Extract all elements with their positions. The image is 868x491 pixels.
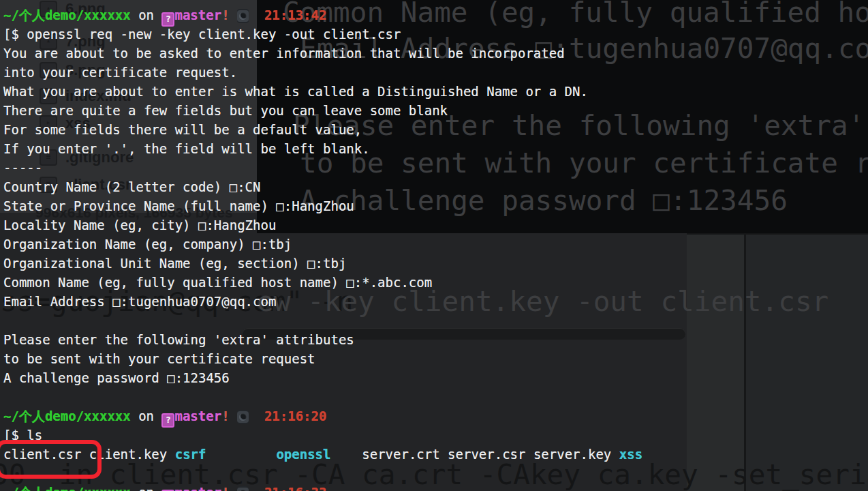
text-segment: You are about to be asked to enter infor… (3, 46, 565, 61)
terminal-output: ~/个人demo/xxxxxx on ?master! 21:13:42[$ o… (0, 5, 868, 491)
text-segment (249, 485, 264, 491)
text-segment: ----- (3, 160, 42, 175)
terminal-line: For some fields there will be a default … (0, 120, 868, 139)
text-segment: Common Name (eg, fully qualified host na… (3, 275, 432, 290)
terminal-line: ~/个人demo/xxxxxx on ?master! 21:16:33 (0, 483, 868, 491)
text-segment: If you enter '.', the field will be left… (3, 141, 370, 156)
terminal-window[interactable]: ▴6.png▴7.png▴8.png<>index.md▸xss≡.gitign… (0, 0, 868, 491)
text-segment: 21:16:33 (264, 485, 327, 491)
terminal-line (0, 311, 868, 330)
text-segment: on (131, 408, 162, 423)
question-badge-icon: ? (161, 413, 174, 428)
terminal-line: If you enter '.', the field will be left… (0, 139, 868, 158)
text-segment (230, 485, 237, 491)
text-segment: ! (221, 485, 229, 491)
text-segment: ~/个人demo/xxxxxx (3, 408, 131, 423)
terminal-line: to be sent with your certificate request (0, 349, 868, 368)
text-segment: Email Address □:tugenhua0707@qq.com (3, 294, 276, 309)
text-segment: on (131, 8, 162, 23)
text-segment: xss (619, 447, 642, 462)
terminal-line: client.csr client.key csrf openssl serve… (0, 445, 868, 464)
terminal-line: You are about to be asked to enter infor… (0, 44, 868, 63)
terminal-line: Please enter the following 'extra' attri… (0, 330, 868, 349)
text-segment: State or Province Name (full name) □:Han… (3, 198, 354, 213)
terminal-line: [$ openssl req -new -key client.key -out… (0, 25, 868, 44)
text-segment (206, 447, 276, 462)
watch-icon (237, 411, 249, 423)
text-segment: What you are about to enter is what is c… (3, 84, 588, 99)
text-segment: to be sent with your certificate request (3, 351, 315, 366)
text-segment (249, 408, 264, 423)
terminal-line: Organization Name (eg, company) □:tbj (0, 235, 868, 254)
terminal-line: ~/个人demo/xxxxxx on ?master! 21:16:20 (0, 406, 868, 426)
watch-icon (237, 10, 249, 22)
text-segment: ~/个人demo/xxxxxx (3, 485, 131, 491)
text-segment: Locality Name (eg, city) □:HangZhou (3, 218, 276, 233)
text-segment: csrf (175, 447, 206, 462)
text-segment (330, 447, 362, 462)
watch-icon (237, 488, 249, 491)
text-segment: For some fields there will be a default … (3, 122, 362, 137)
text-segment: master (174, 408, 221, 423)
terminal-line: Common Name (eg, fully qualified host na… (0, 273, 868, 292)
terminal-line: [$ ls (0, 426, 868, 445)
text-segment: ~/个人demo/xxxxxx (3, 8, 131, 23)
text-segment: 21:13:42 (264, 8, 327, 23)
terminal-line: What you are about to enter is what is c… (0, 82, 868, 101)
text-segment: Please enter the following 'extra' attri… (3, 332, 354, 347)
terminal-line: ~/个人demo/xxxxxx on ?master! 21:13:42 (0, 5, 868, 25)
text-segment: ! (221, 408, 229, 423)
text-segment: on (131, 485, 162, 491)
text-segment: ! (221, 8, 229, 23)
terminal-line: Email Address □:tugenhua0707@qq.com (0, 292, 868, 311)
text-segment (167, 447, 174, 462)
text-segment: Organization Name (eg, company) □:tbj (3, 237, 292, 252)
text-segment (230, 408, 237, 423)
text-segment: openssl (276, 447, 330, 462)
terminal-line (0, 464, 868, 483)
text-segment (249, 8, 264, 23)
terminal-line: State or Province Name (full name) □:Han… (0, 196, 868, 215)
text-segment: Country Name (2 letter code) □:CN (3, 179, 261, 194)
text-segment: Organizational Unit Name (eg, section) □… (3, 256, 346, 271)
text-segment: [$ openssl req -new -key client.key -out… (3, 27, 401, 42)
red-highlight-box (0, 440, 102, 479)
text-segment: A challenge password □:123456 (3, 370, 230, 385)
terminal-line: There are quite a few fields but you can… (0, 101, 868, 120)
terminal-line: ----- (0, 158, 868, 177)
terminal-line: Locality Name (eg, city) □:HangZhou (0, 215, 868, 235)
terminal-line (0, 387, 868, 406)
text-segment: master (174, 8, 221, 23)
text-segment: There are quite a few fields but you can… (3, 103, 448, 118)
text-segment: master (174, 485, 221, 491)
text-segment (230, 8, 237, 23)
text-segment: server.crt server.csr server.key (362, 447, 619, 462)
terminal-line: Organizational Unit Name (eg, section) □… (0, 254, 868, 273)
terminal-line: into your certificate request. (0, 63, 868, 82)
text-segment: into your certificate request. (3, 65, 237, 80)
terminal-line: Country Name (2 letter code) □:CN (0, 177, 868, 196)
terminal-line: A challenge password □:123456 (0, 368, 868, 387)
text-segment: 21:16:20 (264, 408, 327, 423)
